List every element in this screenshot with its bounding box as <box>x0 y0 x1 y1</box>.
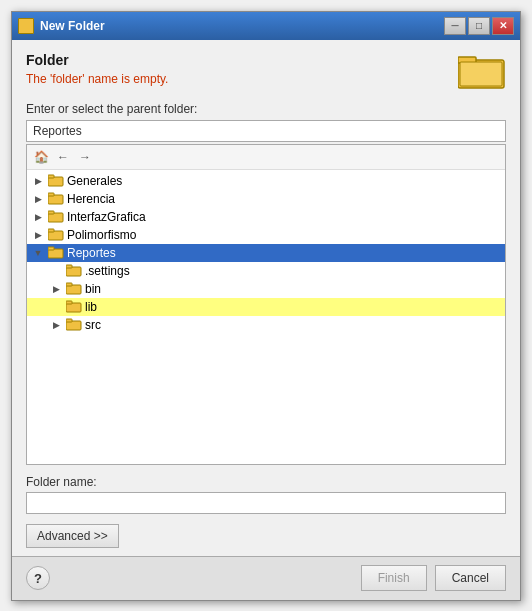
advanced-button[interactable]: Advanced >> <box>26 524 119 548</box>
tree-item-reportes[interactable]: ▼ Reportes <box>27 244 505 262</box>
bottom-bar: ? Finish Cancel <box>12 556 520 600</box>
expand-icon-generales[interactable]: ▶ <box>31 174 45 188</box>
folder-icon-herencia <box>48 192 64 206</box>
folder-icon-polimorfismo <box>48 228 64 242</box>
validation-message: The 'folder' name is empty. <box>26 72 458 86</box>
folder-icon-reportes <box>48 246 64 260</box>
title-bar: New Folder ─ □ ✕ <box>12 12 520 40</box>
expand-icon-interfazgrafica[interactable]: ▶ <box>31 210 45 224</box>
svg-rect-6 <box>48 193 54 196</box>
folder-icon-settings <box>66 264 82 278</box>
svg-rect-8 <box>48 211 54 214</box>
expand-icon-reportes[interactable]: ▼ <box>31 246 45 260</box>
folder-icon-bin <box>66 282 82 296</box>
folder-name-section: Folder name: <box>26 475 506 514</box>
tree-item-interfazgrafica[interactable]: ▶ InterfazGrafica <box>27 208 505 226</box>
folder-icon-lib <box>66 300 82 314</box>
tree-label-polimorfismo: Polimorfismo <box>67 228 136 242</box>
svg-rect-18 <box>66 301 72 304</box>
tree-back-button[interactable]: ← <box>53 148 73 166</box>
tree-item-polimorfismo[interactable]: ▶ Polimorfismo <box>27 226 505 244</box>
svg-rect-2 <box>460 62 502 86</box>
header-text: Folder The 'folder' name is empty. <box>26 52 458 86</box>
tree-container[interactable]: 🏠 ← → ▶ Generales ▶ <box>26 144 506 465</box>
tree-toolbar: 🏠 ← → <box>27 145 505 170</box>
tree-forward-button[interactable]: → <box>75 148 95 166</box>
folder-icon-large <box>458 52 506 92</box>
help-button[interactable]: ? <box>26 566 50 590</box>
folder-name-input[interactable] <box>26 492 506 514</box>
expand-icon-bin[interactable]: ▶ <box>49 282 63 296</box>
svg-rect-14 <box>66 265 72 268</box>
svg-rect-12 <box>48 247 54 250</box>
tree-label-src: src <box>85 318 101 332</box>
tree-item-herencia[interactable]: ▶ Herencia <box>27 190 505 208</box>
tree-label-settings: .settings <box>85 264 130 278</box>
svg-rect-16 <box>66 283 72 286</box>
cancel-button[interactable]: Cancel <box>435 565 506 591</box>
folder-icon-generales <box>48 174 64 188</box>
tree-home-button[interactable]: 🏠 <box>31 148 51 166</box>
tree-item-lib[interactable]: ▶ lib <box>27 298 505 316</box>
header-section: Folder The 'folder' name is empty. <box>26 52 506 92</box>
tree-label-reportes: Reportes <box>67 246 116 260</box>
content-area: Folder The 'folder' name is empty. Enter… <box>12 40 520 556</box>
parent-folder-label: Enter or select the parent folder: <box>26 102 506 116</box>
new-folder-window: New Folder ─ □ ✕ Folder The 'folder' nam… <box>11 11 521 601</box>
folder-name-label: Folder name: <box>26 475 506 489</box>
folder-icon-interfazgrafica <box>48 210 64 224</box>
close-button[interactable]: ✕ <box>492 17 514 35</box>
expand-icon-herencia[interactable]: ▶ <box>31 192 45 206</box>
tree-item-settings[interactable]: ▶ .settings <box>27 262 505 280</box>
tree-label-lib: lib <box>85 300 97 314</box>
window-icon <box>18 18 34 34</box>
tree-label-herencia: Herencia <box>67 192 115 206</box>
window-title: New Folder <box>40 19 444 33</box>
folder-icon-src <box>66 318 82 332</box>
tree-items: ▶ Generales ▶ Herencia <box>27 170 505 336</box>
tree-item-generales[interactable]: ▶ Generales <box>27 172 505 190</box>
tree-item-src[interactable]: ▶ src <box>27 316 505 334</box>
tree-label-interfazgrafica: InterfazGrafica <box>67 210 146 224</box>
finish-button[interactable]: Finish <box>361 565 427 591</box>
svg-rect-4 <box>48 175 54 178</box>
expand-icon-polimorfismo[interactable]: ▶ <box>31 228 45 242</box>
dialog-title: Folder <box>26 52 458 68</box>
minimize-button[interactable]: ─ <box>444 17 466 35</box>
path-bar: Reportes <box>26 120 506 142</box>
tree-item-bin[interactable]: ▶ bin <box>27 280 505 298</box>
title-controls: ─ □ ✕ <box>444 17 514 35</box>
tree-label-generales: Generales <box>67 174 122 188</box>
tree-label-bin: bin <box>85 282 101 296</box>
expand-icon-src[interactable]: ▶ <box>49 318 63 332</box>
maximize-button[interactable]: □ <box>468 17 490 35</box>
svg-rect-10 <box>48 229 54 232</box>
svg-rect-20 <box>66 319 72 322</box>
